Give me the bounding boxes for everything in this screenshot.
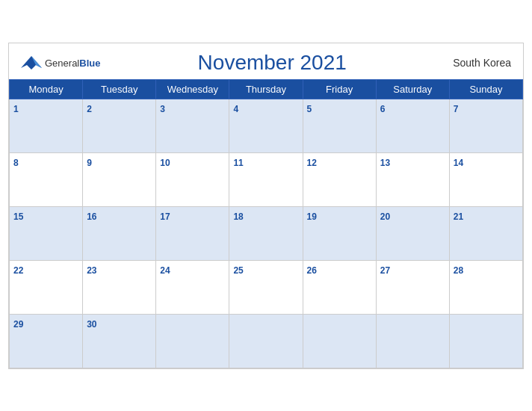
calendar-cell: 7: [449, 99, 522, 152]
calendar-cell: 26: [303, 260, 376, 314]
day-number: 21: [454, 211, 463, 222]
calendar: GeneralBlue November 2021 South Korea Mo…: [8, 43, 524, 369]
calendar-cell: 12: [303, 152, 376, 206]
day-number: 25: [233, 265, 243, 276]
calendar-cell: 27: [376, 260, 449, 314]
logo-icon: [21, 55, 42, 71]
calendar-cell: 22: [10, 260, 83, 314]
calendar-cell: [229, 314, 303, 368]
logo-general: General: [45, 58, 79, 69]
calendar-cell: 13: [376, 152, 449, 206]
calendar-cell: 1: [10, 99, 83, 152]
day-number: 13: [380, 158, 390, 168]
weekday-header-monday: Monday: [10, 79, 83, 99]
calendar-cell: 18: [229, 206, 303, 260]
calendar-cell: 2: [83, 99, 156, 152]
calendar-cell: 5: [303, 99, 376, 152]
calendar-cell: [376, 314, 449, 368]
weekday-header-thursday: Thursday: [229, 79, 303, 99]
calendar-cell: 14: [449, 152, 522, 206]
calendar-cell: [449, 314, 522, 368]
calendar-cell: 23: [83, 260, 156, 314]
logo-blue: Blue: [79, 58, 100, 69]
day-number: 24: [160, 265, 170, 276]
day-number: 29: [13, 319, 23, 330]
month-title: November 2021: [100, 51, 444, 75]
day-number: 20: [380, 211, 390, 222]
calendar-cell: [303, 314, 376, 368]
calendar-cell: 30: [83, 314, 156, 368]
day-number: 5: [307, 104, 312, 114]
day-number: 10: [160, 158, 170, 168]
day-number: 17: [160, 211, 170, 222]
calendar-cell: 19: [303, 206, 376, 260]
day-number: 7: [454, 104, 459, 114]
day-number: 2: [87, 104, 92, 114]
weekday-header-saturday: Saturday: [376, 79, 449, 99]
day-number: 4: [233, 104, 238, 114]
weekday-header-sunday: Sunday: [449, 79, 522, 99]
week-row-2: 891011121314: [10, 152, 523, 206]
day-number: 23: [87, 265, 96, 276]
calendar-cell: [156, 314, 229, 368]
calendar-cell: 25: [229, 260, 303, 314]
day-number: 27: [380, 265, 390, 276]
calendar-cell: 16: [83, 206, 156, 260]
day-number: 30: [87, 319, 96, 330]
day-number: 28: [454, 265, 463, 276]
week-row-3: 15161718192021: [10, 206, 523, 260]
calendar-cell: 29: [10, 314, 83, 368]
calendar-cell: 11: [229, 152, 303, 206]
weekday-header-friday: Friday: [303, 79, 376, 99]
day-number: 11: [233, 158, 243, 168]
day-number: 8: [13, 158, 19, 168]
day-number: 14: [454, 158, 463, 168]
week-row-1: 1234567: [10, 99, 523, 152]
calendar-cell: 10: [156, 152, 229, 206]
week-row-5: 2930: [10, 314, 523, 368]
country-label: South Korea: [444, 57, 511, 69]
day-number: 15: [13, 211, 23, 222]
day-number: 19: [307, 211, 317, 222]
calendar-cell: 9: [83, 152, 156, 206]
logo-text: GeneralBlue: [45, 56, 100, 69]
weekday-header-wednesday: Wednesday: [156, 79, 229, 99]
calendar-cell: 17: [156, 206, 229, 260]
calendar-header: GeneralBlue November 2021 South Korea: [9, 43, 523, 79]
calendar-cell: 28: [449, 260, 522, 314]
day-number: 1: [13, 104, 19, 114]
calendar-cell: 15: [10, 206, 83, 260]
day-number: 3: [160, 104, 165, 114]
weekday-header-row: MondayTuesdayWednesdayThursdayFridaySatu…: [10, 79, 523, 99]
day-number: 6: [380, 104, 386, 114]
day-number: 22: [13, 265, 23, 276]
week-row-4: 22232425262728: [10, 260, 523, 314]
logo: GeneralBlue: [21, 55, 100, 71]
day-number: 16: [87, 211, 96, 222]
calendar-cell: 8: [10, 152, 83, 206]
day-number: 12: [307, 158, 317, 168]
calendar-cell: 6: [376, 99, 449, 152]
calendar-cell: 4: [229, 99, 303, 152]
weekday-header-tuesday: Tuesday: [83, 79, 156, 99]
calendar-cell: 24: [156, 260, 229, 314]
calendar-cell: 3: [156, 99, 229, 152]
calendar-cell: 21: [449, 206, 522, 260]
calendar-grid: MondayTuesdayWednesdayThursdayFridaySatu…: [9, 79, 523, 368]
svg-marker-0: [21, 56, 42, 69]
day-number: 9: [87, 158, 92, 168]
calendar-cell: 20: [376, 206, 449, 260]
day-number: 26: [307, 265, 317, 276]
day-number: 18: [233, 211, 243, 222]
